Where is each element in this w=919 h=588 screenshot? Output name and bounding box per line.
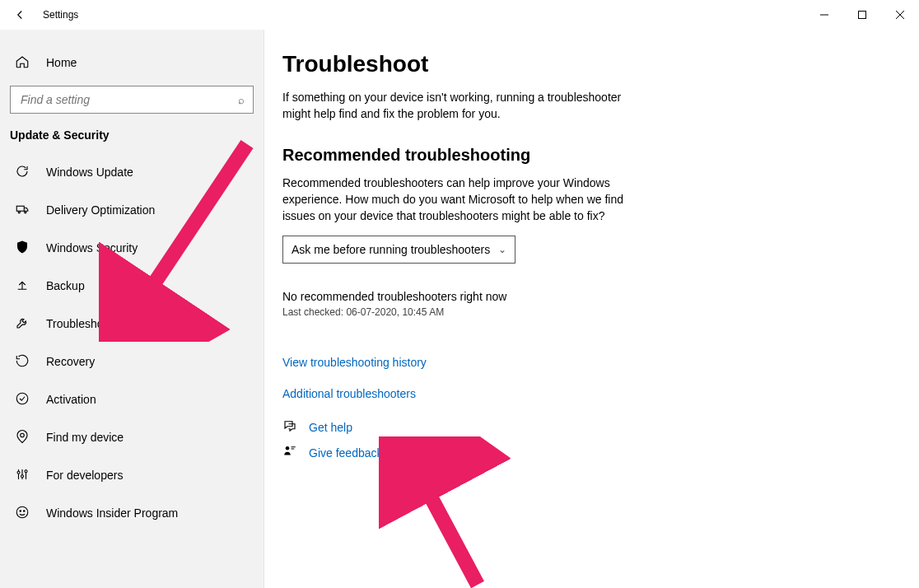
troubleshoot-preference-dropdown[interactable]: Ask me before running troubleshooters ⌄ — [282, 236, 515, 264]
close-icon — [895, 10, 905, 20]
backup-icon — [15, 278, 30, 295]
search-input[interactable]: ⌕ — [10, 86, 254, 114]
sidebar-item-windows-update[interactable]: Windows Update — [0, 153, 264, 191]
home-icon — [15, 54, 30, 72]
additional-troubleshooters-link[interactable]: Additional troubleshooters — [282, 387, 416, 400]
svg-point-14 — [24, 510, 26, 511]
nav-label: Find my device — [46, 431, 124, 444]
sidebar-item-insider[interactable]: Windows Insider Program — [0, 494, 264, 532]
svg-point-13 — [20, 510, 21, 511]
sidebar: Home ⌕ Update & Security Windows Update … — [0, 30, 264, 588]
nav-label: Delivery Optimization — [46, 203, 155, 217]
sidebar-item-activation[interactable]: Activation — [0, 380, 264, 418]
window-title: Settings — [40, 9, 78, 21]
page-title: Troubleshoot — [282, 51, 886, 77]
svg-rect-1 — [859, 12, 866, 19]
nav-label: Backup — [46, 279, 85, 292]
feedback-icon — [282, 444, 297, 461]
nav-label: Windows Security — [46, 241, 138, 254]
check-circle-icon — [15, 391, 30, 408]
chevron-down-icon: ⌄ — [498, 244, 506, 255]
back-arrow-icon — [12, 7, 27, 22]
nav-label: Troubleshoot — [46, 317, 113, 330]
chat-icon — [282, 418, 297, 436]
sync-icon — [15, 164, 30, 181]
sliders-icon — [15, 467, 30, 484]
recovery-icon — [15, 353, 30, 371]
nav-label: Windows Update — [46, 166, 133, 179]
maximize-icon — [857, 10, 867, 20]
svg-point-9 — [17, 471, 20, 474]
section-heading: Update & Security — [0, 125, 264, 153]
history-link[interactable]: View troubleshooting history — [282, 356, 427, 369]
svg-point-12 — [16, 506, 28, 518]
sidebar-item-recovery[interactable]: Recovery — [0, 343, 264, 380]
sidebar-item-find-my-device[interactable]: Find my device — [0, 418, 264, 456]
sidebar-item-delivery-optimization[interactable]: Delivery Optimization — [0, 191, 264, 229]
get-help-link[interactable]: Get help — [309, 421, 352, 434]
close-button[interactable] — [881, 0, 919, 30]
sidebar-item-windows-security[interactable]: Windows Security — [0, 229, 264, 267]
last-checked-text: Last checked: 06-07-2020, 10:45 AM — [282, 306, 886, 318]
home-label: Home — [46, 56, 77, 69]
minimize-icon — [819, 10, 829, 20]
svg-rect-4 — [16, 206, 24, 211]
recommended-heading: Recommended troubleshooting — [282, 146, 886, 165]
sidebar-item-backup[interactable]: Backup — [0, 267, 264, 305]
search-field[interactable] — [19, 92, 238, 107]
minimize-button[interactable] — [805, 0, 843, 30]
sidebar-item-for-developers[interactable]: For developers — [0, 456, 264, 494]
nav-label: Activation — [46, 393, 96, 406]
shield-icon — [15, 240, 30, 257]
location-icon — [15, 429, 30, 446]
svg-point-11 — [25, 469, 27, 472]
dropdown-value: Ask me before running troubleshooters — [292, 243, 490, 256]
page-intro: If something on your device isn't workin… — [282, 89, 628, 123]
recommended-desc: Recommended troubleshooters can help imp… — [282, 175, 628, 225]
svg-point-6 — [25, 211, 26, 212]
svg-point-7 — [16, 393, 28, 404]
maximize-button[interactable] — [843, 0, 881, 30]
svg-point-8 — [21, 433, 25, 437]
give-feedback-link[interactable]: Give feedback — [309, 446, 383, 460]
delivery-icon — [15, 202, 30, 219]
back-button[interactable] — [0, 0, 40, 30]
nav-label: Windows Insider Program — [46, 506, 178, 520]
main-content: Troubleshoot If something on your device… — [264, 30, 919, 588]
search-icon: ⌕ — [238, 94, 245, 106]
insider-icon — [15, 505, 30, 522]
wrench-icon — [15, 315, 30, 333]
home-button[interactable]: Home — [0, 44, 264, 81]
sidebar-item-troubleshoot[interactable]: Troubleshoot — [0, 305, 264, 343]
nav-label: For developers — [46, 469, 123, 482]
svg-point-15 — [286, 446, 290, 450]
svg-point-5 — [18, 211, 20, 212]
nav-label: Recovery — [46, 355, 95, 368]
no-recommended-text: No recommended troubleshooters right now — [282, 290, 886, 303]
svg-point-10 — [21, 474, 24, 477]
